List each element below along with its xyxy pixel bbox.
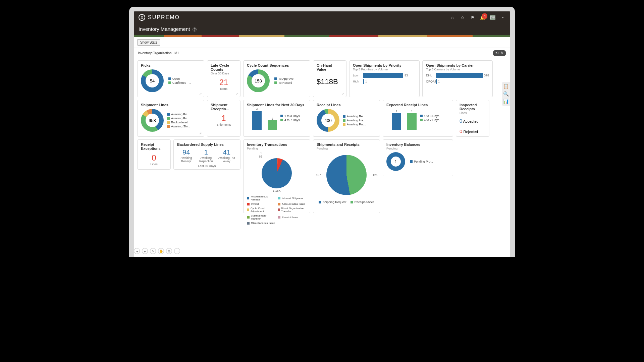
brand-logo-icon: S bbox=[138, 13, 146, 22]
bell-badge: 4 bbox=[482, 13, 487, 19]
expand-icon[interactable]: ⤢ bbox=[199, 132, 202, 135]
card-backordered[interactable]: Backordered Supply Lines 94Awaiting Rece… bbox=[173, 139, 240, 170]
home-icon[interactable]: ⌂ bbox=[450, 15, 455, 20]
card-inv-trans[interactable]: Inventory Transactions Pending 1 65 1.15… bbox=[243, 139, 310, 213]
zoom-icon[interactable]: ⊕ bbox=[166, 248, 172, 254]
presenter-controls: ◂ ▸ ✎ ✋ ⊕ ⋯ bbox=[134, 248, 180, 254]
card-ship-priority[interactable]: Open Shipments by Priority Top 5 Priorit… bbox=[349, 60, 420, 97]
expand-icon[interactable]: ⤢ bbox=[235, 92, 238, 96]
caret-down-icon[interactable]: ▾ bbox=[500, 15, 505, 20]
flag-icon[interactable]: ⚑ bbox=[470, 15, 475, 20]
card-inv-bal[interactable]: Inventory Balances Pending 1 Pending Pro… bbox=[383, 139, 453, 176]
next-icon[interactable]: ▸ bbox=[142, 248, 148, 254]
org-label: Inventory Organization bbox=[138, 51, 172, 55]
picks-legend: Open Confirmed T... bbox=[168, 76, 191, 85]
card-picks[interactable]: Picks 54 Open Confirmed T... ⤢ bbox=[137, 60, 204, 97]
pen-icon[interactable]: ✎ bbox=[150, 248, 156, 254]
top-app-bar: S SUPREMO ⌂ ☆ ⚑ 🔔4 PA ▾ bbox=[134, 11, 510, 23]
card-receipt-exc[interactable]: Receipt Exceptions 0 Lines bbox=[137, 139, 171, 170]
clipboard-icon[interactable]: 📋 bbox=[503, 84, 509, 89]
toolbar: Show Stats bbox=[134, 37, 510, 48]
card-onhand[interactable]: On-Hand Value $118B ⤢ bbox=[313, 60, 346, 97]
top-actions: ⌂ ☆ ⚑ 🔔4 PA ▾ bbox=[450, 15, 505, 20]
org-row: Inventory Organization M1 ⟲ ✎ bbox=[134, 48, 510, 58]
expand-icon[interactable]: ⤢ bbox=[199, 92, 202, 96]
help-icon[interactable]: ? bbox=[193, 27, 197, 32]
card-ship-lines[interactable]: Shipment Lines 958 Awaiting Pic... Await… bbox=[137, 100, 204, 137]
cycle-donut: 158 bbox=[247, 69, 270, 92]
more-icon[interactable]: ⋯ bbox=[174, 248, 180, 254]
card-title: Picks bbox=[141, 63, 201, 67]
chart-icon[interactable]: 📊 bbox=[503, 99, 509, 104]
dashboard-grid: Picks 54 Open Confirmed T... ⤢ Late Cycl… bbox=[134, 58, 510, 220]
shiplines-donut: 958 bbox=[141, 109, 164, 132]
card-late-cycle[interactable]: Late Cycle Counts Over 30 Days 21 Items … bbox=[207, 60, 240, 97]
refresh-icon[interactable]: ⟲ bbox=[495, 51, 498, 55]
card-inspected[interactable]: Inspected Receipts Lines 0 Accepted 0 Re… bbox=[456, 100, 489, 137]
picks-value: 54 bbox=[146, 74, 159, 87]
card-ship-next30[interactable]: Shipment Lines for Next 30 Days 4 2 1 to… bbox=[243, 100, 310, 137]
card-ship-carrier[interactable]: Open Shipments by Carrier Top 5 Carriers… bbox=[422, 60, 493, 97]
card-ship-rec[interactable]: Shipments and Receipts Pending 107 121 S… bbox=[313, 139, 380, 213]
screen: S SUPREMO ⌂ ☆ ⚑ 🔔4 PA ▾ Inventory Manage… bbox=[134, 11, 510, 257]
right-rail: 📋 🔍 📊 bbox=[502, 82, 510, 106]
show-stats-button[interactable]: Show Stats bbox=[137, 39, 160, 46]
card-ship-exc[interactable]: Shipment Exceptio... 1 Shipments bbox=[207, 100, 240, 137]
card-receipt-lines[interactable]: Receipt Lines 400 Awaiting Re... Awaitin… bbox=[313, 100, 380, 137]
picks-donut: 54 bbox=[141, 69, 164, 92]
hand-icon[interactable]: ✋ bbox=[158, 248, 164, 254]
page-header: Inventory Management ? bbox=[134, 23, 510, 35]
card-exp-receipt[interactable]: Expected Receipt Lines 1 1 1 to 3 Days 4… bbox=[383, 100, 453, 137]
search-icon[interactable]: 🔍 bbox=[503, 91, 509, 97]
bell-icon[interactable]: 🔔4 bbox=[480, 15, 485, 20]
brand: S SUPREMO bbox=[139, 14, 180, 21]
onhand-value: $118B bbox=[317, 77, 343, 86]
brand-name: SUPREMO bbox=[148, 14, 180, 20]
org-value: M1 bbox=[174, 51, 179, 55]
star-icon[interactable]: ☆ bbox=[460, 15, 465, 20]
view-toggle[interactable]: ⟲ ✎ bbox=[493, 50, 506, 56]
expand-icon[interactable]: ⤢ bbox=[341, 92, 344, 96]
card-cycle-seq[interactable]: Cycle Count Sequences 158 To Approve To … bbox=[243, 60, 310, 97]
avatar[interactable]: PA bbox=[490, 15, 495, 20]
edit-icon[interactable]: ✎ bbox=[500, 51, 503, 55]
prev-icon[interactable]: ◂ bbox=[134, 248, 140, 254]
page-title: Inventory Management bbox=[139, 26, 190, 32]
laptop-frame: S SUPREMO ⌂ ☆ ⚑ 🔔4 PA ▾ Inventory Manage… bbox=[129, 7, 515, 257]
